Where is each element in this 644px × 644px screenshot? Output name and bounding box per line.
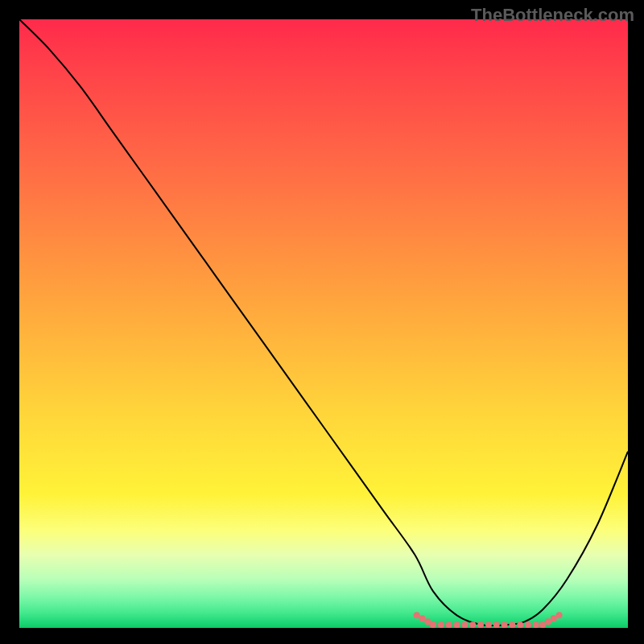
plateau-marker-dot bbox=[485, 621, 492, 628]
plateau-marker-dot bbox=[517, 621, 523, 628]
plateau-marker-dot bbox=[545, 618, 551, 625]
plateau-marker-dot bbox=[446, 621, 452, 628]
plateau-marker-dot bbox=[454, 621, 460, 628]
plateau-marker-dot bbox=[556, 612, 563, 618]
plateau-marker-dot bbox=[419, 615, 426, 621]
plateau-marker-dot bbox=[509, 621, 515, 628]
plateau-marker-dot bbox=[477, 621, 484, 628]
plateau-marker-dot bbox=[469, 621, 476, 628]
plateau-marker-dot bbox=[424, 618, 431, 625]
watermark-text: TheBottleneck.com bbox=[471, 5, 634, 26]
plateau-marker-dot bbox=[502, 621, 508, 628]
plateau-marker-dot bbox=[525, 621, 531, 628]
plateau-marker-dot bbox=[533, 621, 539, 628]
plateau-marker-dot bbox=[461, 621, 468, 628]
plateau-marker-dot bbox=[551, 615, 557, 621]
plateau-marker-group bbox=[414, 612, 563, 628]
plateau-marker-dot bbox=[430, 621, 436, 628]
plot-area bbox=[19, 19, 628, 628]
plateau-marker-dot bbox=[539, 621, 546, 628]
plateau-marker-dot bbox=[493, 621, 500, 628]
plateau-marker-dot bbox=[414, 612, 420, 618]
bottleneck-curve-path bbox=[19, 19, 628, 625]
curve-layer bbox=[19, 19, 628, 628]
plateau-marker-dot bbox=[438, 621, 444, 628]
